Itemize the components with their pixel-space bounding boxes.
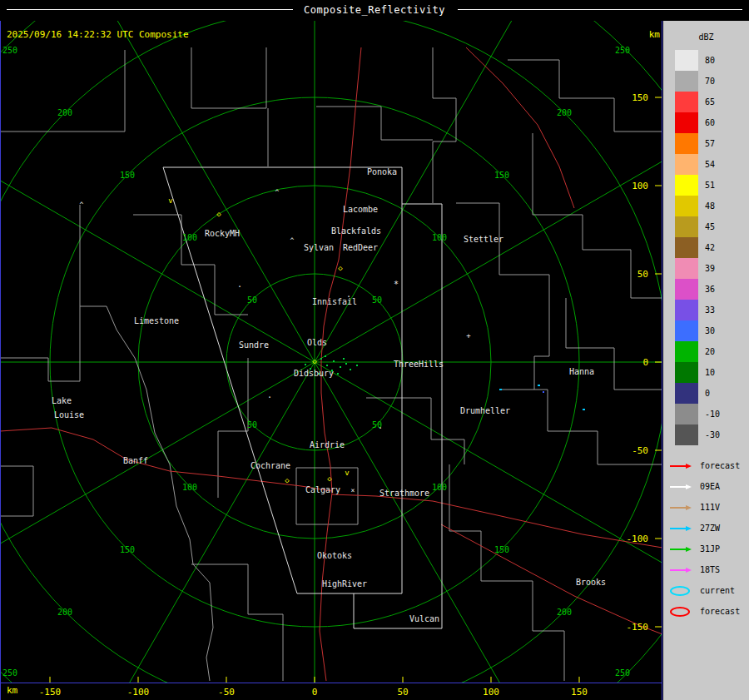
axis-tick-marks (50, 97, 662, 683)
colorbar-value: 36 (705, 285, 715, 294)
colorbar-value: 65 (705, 97, 715, 107)
colorbar-value: 42 (705, 243, 715, 252)
colorbar-entry: 42 (663, 237, 749, 258)
colorbar-entry: 36 (663, 279, 749, 300)
track-arrow-icon (670, 505, 697, 510)
colorbar-swatch (675, 258, 698, 279)
colorbar-entry: 0 (663, 383, 749, 404)
colorbar-swatch (675, 133, 698, 154)
track-label: 09EA (700, 482, 720, 491)
track-label: 18TS (700, 565, 720, 574)
colorbar-swatch (675, 237, 698, 258)
title-rule-right (458, 9, 742, 10)
colorbar-entry: 54 (663, 154, 749, 175)
colorbar-swatch (675, 154, 698, 175)
colorbar-entry: -30 (663, 424, 749, 445)
colorbar-value: 48 (705, 201, 715, 211)
colorbar-value: 33 (705, 305, 715, 315)
colorbar-swatch (675, 362, 698, 383)
colorbar-entry: 20 (663, 341, 749, 362)
window-title: Composite_Reflectivity (0, 4, 749, 16)
colorbar-entry: 57 (663, 133, 749, 154)
colorbar-entry: 45 (663, 216, 749, 237)
radar-map-canvas[interactable] (0, 21, 663, 700)
track-label: 111V (700, 503, 720, 512)
radar-graphics (0, 21, 663, 700)
colorbar-entry: -10 (663, 404, 749, 424)
colorbar-entry: 60 (663, 112, 749, 133)
colorbar-value: 60 (705, 118, 715, 127)
colorbar-value: 39 (705, 264, 715, 273)
title-bar: Composite_Reflectivity (0, 0, 749, 21)
colorbar-swatch (675, 112, 698, 133)
track-label: forecast (700, 461, 740, 470)
track-arrow-icon (670, 484, 697, 489)
colorbar-entry: 65 (663, 92, 749, 112)
colorbar-value: 20 (705, 347, 715, 356)
colorbar-value: 57 (705, 139, 715, 148)
colorbar-entry: 10 (663, 362, 749, 383)
colorbar-swatch (675, 92, 698, 112)
ellipse-label: current (700, 586, 735, 595)
colorbar-swatch (675, 320, 698, 341)
colorbar-swatch (675, 216, 698, 237)
colorbar-swatch (675, 424, 698, 445)
colorbar-swatch (675, 196, 698, 216)
colorbar-entry: 51 (663, 175, 749, 196)
azimuth-spokes (0, 21, 663, 700)
legend-track-row: 31JP (663, 539, 749, 559)
isolated-echoes (499, 385, 585, 410)
municipal-boundaries (0, 47, 662, 681)
colorbar-entry: 30 (663, 320, 749, 341)
track-legend: forecast 09EA 111V 27ZW (663, 455, 749, 580)
colorbar-swatch (675, 383, 698, 404)
axis-frame (0, 21, 662, 700)
colorbar-value: -30 (705, 430, 720, 439)
colorbar-swatch (675, 341, 698, 362)
colorbar-swatch (675, 404, 698, 424)
ellipse-icon (670, 586, 690, 596)
colorbar-entry: 80 (663, 50, 749, 71)
colorbar-value: -10 (705, 410, 720, 419)
track-arrow-icon (670, 526, 697, 531)
legend-track-row: forecast (663, 455, 749, 476)
colorbar-value: 10 (705, 368, 715, 377)
colorbar-entry: 39 (663, 258, 749, 279)
colorbar-value: 54 (705, 160, 715, 169)
legend-track-row: 18TS (663, 559, 749, 580)
colorbar-value: 30 (705, 326, 715, 335)
range-rings (0, 21, 663, 700)
colorbar-value: 0 (705, 389, 710, 398)
colorbar-entry: 48 (663, 196, 749, 216)
highways (0, 47, 662, 681)
ellipse-legend: current forecast (663, 580, 749, 622)
colorbar-entry: 33 (663, 300, 749, 320)
track-arrow-icon (670, 464, 697, 469)
ellipse-icon (670, 607, 690, 617)
legend-panel: dBZ 80 70 65 6 (663, 21, 749, 700)
colorbar-title: dBZ (663, 32, 749, 42)
colorbar-swatch (675, 50, 698, 71)
colorbar-swatch (675, 300, 698, 320)
colorbar-swatch (675, 175, 698, 196)
colorbar-entry: 70 (663, 71, 749, 92)
track-label: 27ZW (700, 524, 720, 533)
colorbar-value: 70 (705, 77, 715, 86)
legend-ellipse-row: forecast (663, 601, 749, 622)
colorbar-value: 51 (705, 181, 715, 190)
colorbar-swatch (675, 279, 698, 300)
legend-track-row: 111V (663, 497, 749, 518)
colorbar-value: 80 (705, 56, 715, 65)
track-arrow-icon (670, 568, 697, 573)
track-arrow-icon (670, 547, 697, 552)
legend-ellipse-row: current (663, 580, 749, 601)
legend-track-row: 27ZW (663, 518, 749, 539)
colorbar-swatch (675, 71, 698, 92)
colorbar-value: 45 (705, 222, 715, 231)
legend-track-row: 09EA (663, 476, 749, 497)
radar-app-window: Composite_Reflectivity (0, 0, 749, 700)
colorbar: 80 70 65 60 57 (663, 50, 749, 445)
ellipse-label: forecast (700, 607, 740, 616)
track-label: 31JP (700, 544, 720, 554)
